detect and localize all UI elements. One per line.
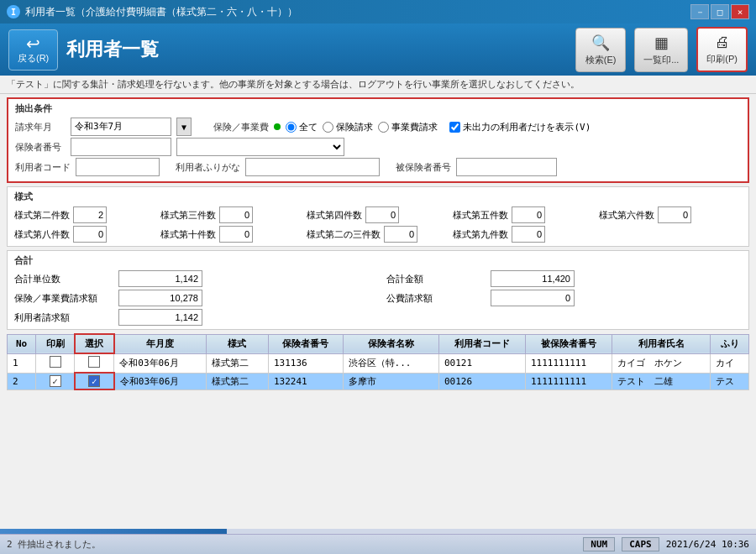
cell-print[interactable] xyxy=(36,353,75,373)
close-button[interactable]: × xyxy=(731,4,749,19)
list-print-button[interactable]: ▦ 一覧印... xyxy=(634,28,688,72)
table-row[interactable]: 2 ✓ ✓ 令和03年06月 様式第二 132241 多摩市 00126 111… xyxy=(8,373,749,389)
style-5-label: 様式第五件数 xyxy=(453,209,508,222)
app-icon: I xyxy=(7,5,20,18)
search-button[interactable]: 🔍 検索(E) xyxy=(575,28,626,72)
insurance-amount-row: 保険／事業費請求額 xyxy=(14,290,370,306)
cell-select[interactable] xyxy=(75,353,114,373)
request-year-input[interactable]: 令和3年7月 xyxy=(71,118,171,136)
cell-user-code: 00126 xyxy=(438,373,525,389)
public-amount-value[interactable] xyxy=(491,290,575,306)
table-body: 1 令和03年06月 様式第二 131136 渋谷区（特... 00121 11… xyxy=(8,353,749,389)
date-picker-button[interactable]: ▼ xyxy=(176,118,192,136)
select-checkbox-2[interactable]: ✓ xyxy=(88,375,100,387)
styles-section: 様式 様式第二件数 様式第三件数 様式第四件数 様式第五件数 様式第六件数 xyxy=(7,186,749,247)
unit-count-value[interactable] xyxy=(118,270,202,287)
insured-number-label: 被保険者番号 xyxy=(396,161,451,174)
style-3-input[interactable] xyxy=(219,206,253,223)
user-furigana-label: 利用者ふりがな xyxy=(176,161,240,174)
request-year-label: 請求年月 xyxy=(15,121,66,133)
user-amount-label: 利用者請求額 xyxy=(14,311,115,324)
cell-print[interactable]: ✓ xyxy=(36,373,75,389)
print-icon: 🖨 xyxy=(715,34,730,51)
main-content: 抽出条件 請求年月 令和3年7月 ▼ 保険／事業費 全て 保険請求 事業費請求 xyxy=(0,97,756,390)
datetime: 2021/6/24 10:36 xyxy=(666,539,749,550)
cell-insured-no: 1111111111 xyxy=(525,353,612,373)
style-9-input[interactable] xyxy=(512,226,545,243)
col-user-code: 利用者コード xyxy=(438,334,525,353)
style-item-6: 様式第六件数 xyxy=(599,206,742,223)
total-amount-value[interactable] xyxy=(491,270,575,287)
caps-badge: CAPS xyxy=(622,537,659,551)
user-amount-value[interactable] xyxy=(118,309,202,326)
cell-select[interactable]: ✓ xyxy=(75,373,114,389)
styles-title: 様式 xyxy=(14,191,742,203)
style-5-input[interactable] xyxy=(512,206,545,223)
style-item-9: 様式第九件数 xyxy=(453,226,596,243)
summary-section: 合計 合計単位数 合計金額 保険／事業費請求額 公費請求額 利用者請求額 xyxy=(7,250,749,330)
maximize-button[interactable]: □ xyxy=(711,4,729,19)
checkbox-unoutput[interactable]: 未出力の利用者だけを表示(V) xyxy=(449,121,591,133)
status-bar: 2 件抽出されました。 NUM CAPS 2021/6/24 10:36 xyxy=(0,534,756,554)
cell-no: 2 xyxy=(8,373,36,389)
style-8-input[interactable] xyxy=(73,226,107,243)
style-10-input[interactable] xyxy=(219,226,253,243)
cell-user-name: テスト 二雄 xyxy=(612,373,711,389)
style-2-3-input[interactable] xyxy=(384,226,417,243)
back-arrow-icon: ↩ xyxy=(26,35,40,52)
radio-all[interactable]: 全て xyxy=(286,121,318,133)
unit-count-row: 合計単位数 xyxy=(14,270,370,287)
cell-insurer-no: 132241 xyxy=(268,373,343,389)
col-furi: ふり xyxy=(711,334,749,353)
total-amount-label: 合計金額 xyxy=(386,273,487,285)
style-6-input[interactable] xyxy=(658,206,691,223)
user-furigana-input[interactable] xyxy=(245,158,380,176)
insurer-label: 保険者番号 xyxy=(15,141,66,154)
print-button-label: 印刷(P) xyxy=(706,53,738,65)
col-style: 様式 xyxy=(206,334,268,353)
select-checkbox-1[interactable] xyxy=(88,356,100,368)
status-right: NUM CAPS 2021/6/24 10:36 xyxy=(583,537,749,551)
insured-number-input[interactable] xyxy=(456,158,557,176)
style-4-input[interactable] xyxy=(365,206,399,223)
radio-business[interactable]: 事業費請求 xyxy=(378,121,438,133)
style-2-3-label: 様式第二の三件数 xyxy=(307,228,381,241)
search-icon: 🔍 xyxy=(591,34,610,52)
list-button-label: 一覧印... xyxy=(643,54,679,66)
table-row[interactable]: 1 令和03年06月 様式第二 131136 渋谷区（特... 00121 11… xyxy=(8,353,749,373)
title-bar: I 利用者一覧（介護給付費明細書（様式第二・六・八・十）） － □ × xyxy=(0,0,756,24)
cell-insurer-name: 渋谷区（特... xyxy=(343,353,438,373)
insurer-dropdown[interactable] xyxy=(176,138,344,156)
list-icon: ▦ xyxy=(654,34,669,52)
radio-insurance[interactable]: 保険請求 xyxy=(323,121,373,133)
back-button[interactable]: ↩ 戻る(R) xyxy=(8,29,58,71)
print-checkbox-1[interactable] xyxy=(50,356,61,368)
insurance-amount-value[interactable] xyxy=(118,290,202,306)
back-button-label: 戻る(R) xyxy=(18,52,49,65)
insurer-number-input[interactable] xyxy=(71,138,171,156)
col-insurer-no: 保険者番号 xyxy=(268,334,343,353)
user-amount-row: 利用者請求額 xyxy=(14,309,370,326)
col-insurer-name: 保険者名称 xyxy=(343,334,438,353)
unit-count-label: 合計単位数 xyxy=(14,273,115,285)
public-amount-row: 公費請求額 xyxy=(386,290,742,306)
cell-year-month: 令和03年06月 xyxy=(114,373,206,389)
print-button[interactable]: 🖨 印刷(P) xyxy=(696,27,748,72)
insurance-label: 保険／事業費 xyxy=(213,121,269,133)
minimize-button[interactable]: － xyxy=(690,4,709,19)
cell-no: 1 xyxy=(8,353,36,373)
filter-section: 抽出条件 請求年月 令和3年7月 ▼ 保険／事業費 全て 保険請求 事業費請求 xyxy=(7,97,749,183)
style-2-label: 様式第二件数 xyxy=(14,209,70,222)
table-header-row: No 印刷 選択 年月度 様式 保険者番号 保険者名称 利用者コード 被保険者番… xyxy=(8,334,749,353)
style-2-input[interactable] xyxy=(73,206,107,223)
cell-insurer-no: 131136 xyxy=(268,353,343,373)
total-amount-row: 合計金額 xyxy=(386,270,742,287)
insurance-amount-label: 保険／事業費請求額 xyxy=(14,292,115,305)
radio-indicator xyxy=(274,123,281,130)
cell-insurer-name: 多摩市 xyxy=(343,373,438,389)
user-code-input[interactable] xyxy=(76,158,160,176)
print-checkbox-2[interactable]: ✓ xyxy=(50,375,61,387)
data-table-container: No 印刷 選択 年月度 様式 保険者番号 保険者名称 利用者コード 被保険者番… xyxy=(7,333,749,390)
col-print: 印刷 xyxy=(36,334,75,353)
filter-title: 抽出条件 xyxy=(15,102,741,115)
